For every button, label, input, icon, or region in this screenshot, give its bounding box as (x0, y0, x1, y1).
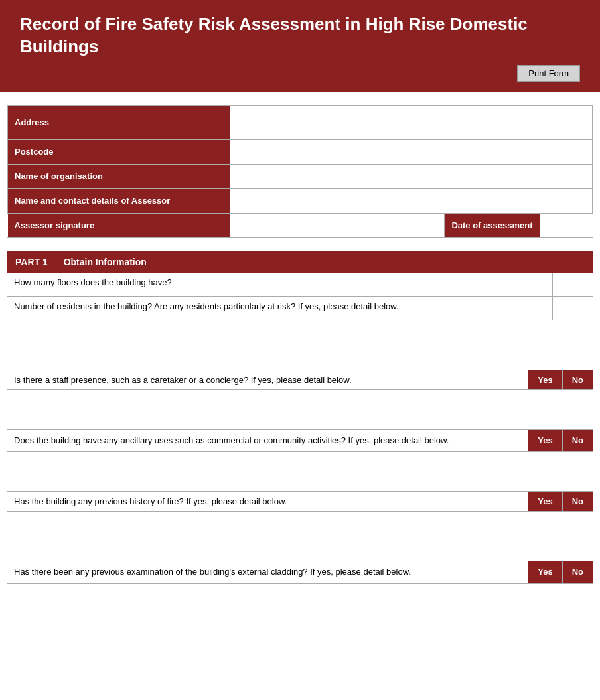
part1-title: Obtain Information (64, 257, 147, 267)
postcode-input[interactable] (233, 143, 589, 161)
organisation-input[interactable] (233, 167, 589, 186)
part1-number: PART 1 (15, 257, 48, 267)
signature-row: Assessor signature Date of assessment (8, 214, 593, 237)
signature-row-tr: Assessor signature Date of assessment (8, 213, 593, 237)
question-row-fire-history: Has the building any previous history of… (7, 492, 593, 512)
address-table: Address Postcode Name of organisation Na… (7, 105, 593, 237)
staff-yes-button[interactable]: Yes (528, 370, 562, 389)
question-row-cladding: Has there been any previous examination … (7, 561, 593, 583)
fire-history-no-button[interactable]: No (562, 492, 593, 511)
postcode-label: Postcode (8, 139, 230, 164)
answer-floors-cell (553, 273, 593, 296)
address-row: Address (8, 105, 593, 139)
date-of-assessment-label: Date of assessment (445, 214, 539, 237)
assessor-signature-input[interactable] (230, 214, 444, 237)
assessor-signature-input-cell (230, 214, 445, 237)
postcode-row: Postcode (8, 139, 593, 164)
date-of-assessment-input-cell (540, 214, 593, 237)
address-label: Address (8, 105, 230, 139)
page-title: Record of Fire Safety Risk Assessment in… (20, 13, 580, 58)
answer-residents-input[interactable] (553, 297, 593, 320)
question-staff-text: Is there a staff presence, such as a car… (7, 370, 528, 389)
question-ancillary-text: Does the building have any ancillary use… (7, 430, 528, 451)
answer-residents-cell (553, 297, 593, 320)
ancillary-no-button[interactable]: No (562, 430, 593, 451)
address-input-cell (230, 105, 592, 139)
assessor-name-input-cell (230, 188, 592, 213)
detail-textarea-ancillary[interactable] (7, 452, 593, 488)
print-form-button[interactable]: Print Form (517, 65, 580, 82)
question-row-floors: How many floors does the building have? (7, 273, 593, 297)
date-of-assessment-input[interactable] (540, 214, 593, 237)
question-row-ancillary: Does the building have any ancillary use… (7, 430, 593, 452)
part1-section: PART 1 Obtain Information How many floor… (7, 251, 593, 584)
detail-row-residents (7, 320, 593, 370)
detail-textarea-fire-history[interactable] (7, 512, 593, 558)
part1-header: PART 1 Obtain Information (7, 251, 593, 273)
staff-no-button[interactable]: No (562, 370, 593, 389)
question-row-residents: Number of residents in the building? Are… (7, 297, 593, 320)
detail-textarea-staff[interactable] (7, 390, 593, 427)
page-header: Record of Fire Safety Risk Assessment in… (0, 0, 600, 92)
detail-row-ancillary (7, 452, 593, 492)
organisation-row: Name of organisation (8, 164, 593, 188)
address-section: Address Postcode Name of organisation Na… (7, 105, 593, 238)
question-row-staff: Is there a staff presence, such as a car… (7, 370, 593, 390)
organisation-input-cell (230, 164, 592, 188)
fire-history-yes-button[interactable]: Yes (528, 492, 562, 511)
assessor-name-input[interactable] (233, 192, 589, 210)
cladding-no-button[interactable]: No (562, 561, 593, 583)
assessor-signature-label: Assessor signature (8, 214, 230, 237)
detail-row-fire-history (7, 512, 593, 561)
organisation-label: Name of organisation (8, 164, 230, 188)
assessor-name-row: Name and contact details of Assessor (8, 188, 593, 213)
question-residents-text: Number of residents in the building? Are… (7, 297, 553, 320)
question-cladding-text: Has there been any previous examination … (7, 561, 528, 583)
question-floors-text: How many floors does the building have? (7, 273, 553, 296)
postcode-input-cell (230, 139, 592, 164)
detail-row-staff (7, 390, 593, 430)
address-input[interactable] (233, 109, 589, 137)
answer-floors-input[interactable] (553, 273, 593, 296)
cladding-yes-button[interactable]: Yes (528, 561, 562, 583)
ancillary-yes-button[interactable]: Yes (528, 430, 562, 451)
question-fire-history-text: Has the building any previous history of… (7, 492, 528, 511)
assessor-name-label: Name and contact details of Assessor (8, 188, 230, 213)
detail-textarea-residents[interactable] (7, 320, 593, 367)
